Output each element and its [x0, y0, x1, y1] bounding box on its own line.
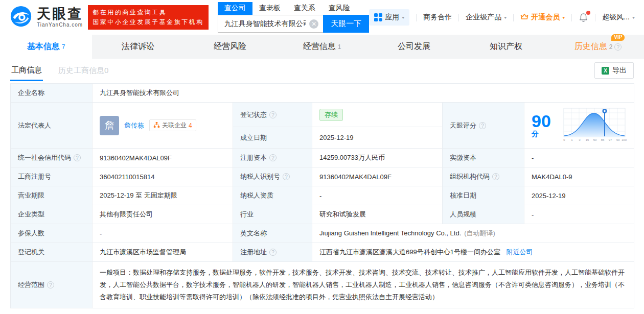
svg-text:3: 3	[579, 138, 581, 141]
tab-label: 公司发展	[398, 41, 430, 52]
top-header: 天眼查 TianYanCha.com 都在用的商业查询工具 国家中小企业发展子基…	[0, 0, 644, 35]
industry-value: 研究和试验发展	[312, 205, 443, 224]
paid-capital-value: -	[524, 149, 634, 167]
divider	[513, 14, 514, 21]
super-risk-menu[interactable]: 超级风... ▾	[602, 13, 635, 22]
status-badge: 存续	[319, 109, 343, 121]
table-row: 登记机关 九江市濂溪区市场监督管理局 注册地址? 江西省九江市濂溪区濂溪大道69…	[11, 243, 634, 262]
help-icon[interactable]: ?	[479, 122, 486, 129]
divider	[595, 14, 595, 21]
tab-operation-info[interactable]: 经营信息1	[276, 35, 368, 59]
help-icon[interactable]: ?	[269, 249, 277, 256]
establish-date-value: 2025-12-19	[312, 127, 443, 149]
legal-rep-avatar[interactable]: 詹	[100, 116, 119, 135]
auto-translate-note: (自动翻译)	[464, 229, 495, 237]
legal-rep-name-link[interactable]: 詹传栋	[124, 121, 144, 130]
org-code-label-cell: 组织机构代码?	[443, 167, 524, 186]
help-icon[interactable]: ?	[614, 43, 622, 51]
help-icon[interactable]: ?	[283, 173, 290, 180]
english-name-cell: Jiujiang Guishen Intelligent Technology …	[312, 224, 634, 243]
table-row: 工商注册号 360402110015814 纳税人识别号? 91360402MA…	[11, 167, 634, 186]
svg-text:0: 0	[563, 138, 565, 141]
company-section-tabs: 基本信息7 法律诉讼 经营风险 经营信息1 公司发展 知识产权 VIP 历史信息…	[0, 35, 644, 59]
search-tab-relation[interactable]: 查关系	[287, 2, 322, 15]
help-icon[interactable]: ?	[47, 281, 54, 288]
taxpayer-id-label: 纳税人识别号	[240, 172, 280, 181]
svg-text:50: 50	[593, 138, 597, 141]
business-term-value: 2025-12-19 至 无固定期限	[93, 186, 233, 205]
taxpayer-id-label-cell: 纳税人识别号?	[233, 167, 312, 186]
tab-legal-litigation[interactable]: 法律诉讼	[92, 35, 184, 59]
reg-status-value-cell: 存续	[312, 103, 443, 127]
help-icon[interactable]: ?	[74, 154, 81, 161]
reg-number-label: 工商注册号	[11, 167, 93, 186]
reg-capital-value: 14259.00733万人民币	[312, 149, 443, 167]
help-icon[interactable]: ?	[269, 111, 277, 118]
taxpayer-quality-value: -	[312, 186, 443, 205]
table-row: 统一社会信用代码? 91360402MAK4DAL09F 注册资本? 14259…	[11, 149, 634, 167]
apps-label: 应用	[385, 13, 399, 22]
apps-menu[interactable]: 应用 ▾	[369, 9, 409, 26]
search-tab-company[interactable]: 查公司	[218, 2, 252, 15]
tab-history-info[interactable]: VIP 历史信息 2 ?	[552, 35, 644, 59]
divider	[571, 14, 572, 21]
reg-authority-value: 九江市濂溪区市场监督管理局	[93, 243, 233, 262]
credit-code-value: 91360402MAK4DAL09F	[93, 149, 233, 167]
score-distribution-chart: 0 1 3 15 50 85 97 99 100	[562, 107, 627, 143]
nearby-companies-link[interactable]: 附近公司	[507, 248, 533, 256]
tab-operation-risk[interactable]: 经营风险	[184, 35, 276, 59]
brand-logo[interactable]: 天眼查 TianYanCha.com	[9, 5, 83, 30]
related-companies-label: 关联企业	[162, 121, 187, 130]
org-chart-icon	[153, 122, 160, 130]
chevron-down-icon: ▾	[504, 15, 507, 20]
org-code-value: MAK4DAL0-9	[524, 167, 634, 186]
apps-grid-icon	[374, 13, 382, 21]
excel-icon: X	[602, 67, 609, 75]
export-label: 导出	[612, 66, 627, 75]
tab-intellectual-property[interactable]: 知识产权	[460, 35, 552, 59]
business-info-table: 企业名称 九江具身智能技术有限公司 法定代表人 詹 詹传栋 关联企业 4 登记状…	[10, 83, 634, 308]
search-input[interactable]	[218, 15, 324, 32]
open-vip-label: 开通会员	[531, 13, 560, 22]
english-name-value: Jiujiang Guishen Intelligent Technology …	[319, 229, 461, 237]
business-scope-label-cell: 经营范围?	[11, 262, 93, 308]
enterprise-products-menu[interactable]: 企业级产品 ▾	[466, 13, 507, 22]
open-vip-menu[interactable]: 开通会员 ▾	[520, 13, 565, 22]
approval-date-label: 核准日期	[443, 186, 524, 205]
export-button[interactable]: X 导出	[594, 62, 634, 79]
credit-code-label: 统一社会信用代码	[18, 153, 71, 162]
table-row: 法定代表人 詹 詹传栋 关联企业 4 登记状态? 存续 天眼评分?	[11, 103, 634, 127]
enterprise-products-label: 企业级产品	[466, 13, 501, 22]
business-coop-link[interactable]: 商务合作	[423, 13, 452, 22]
notifications-bell-icon[interactable]	[579, 13, 588, 22]
address-value: 江西省九江市濂溪区濂溪大道699号科创中心1号楼一间办公室	[319, 248, 500, 256]
insured-label: 参保人数	[11, 224, 93, 243]
help-icon[interactable]: ?	[492, 173, 499, 180]
legal-rep-label: 法定代表人	[11, 103, 93, 149]
tab-company-development[interactable]: 公司发展	[368, 35, 460, 59]
search-tab-boss[interactable]: 查老板	[252, 2, 287, 15]
subtab-business-info[interactable]: 工商信息	[10, 60, 43, 81]
paid-capital-label: 实缴资本	[443, 149, 524, 167]
industry-label: 行业	[233, 205, 312, 224]
crown-icon	[520, 13, 528, 22]
taxpayer-quality-label: 纳税人资质	[233, 186, 312, 205]
score-cell: 90分	[524, 103, 634, 149]
tab-label: 知识产权	[490, 41, 522, 52]
company-type-label: 企业类型	[11, 205, 93, 224]
search-button[interactable]: 天眼一下	[323, 15, 369, 33]
search-tab-risk[interactable]: 查风险	[322, 2, 357, 15]
related-companies-badge[interactable]: 关联企业 4	[149, 119, 196, 131]
table-row: 营业期限 2025-12-19 至 无固定期限 纳税人资质 - 核准日期 202…	[11, 186, 634, 205]
chevron-down-icon: ▾	[562, 15, 565, 20]
subtab-history-business-info[interactable]: 历史工商信息0	[58, 66, 108, 76]
tab-count: 2	[609, 43, 613, 51]
reg-capital-label: 注册资本	[240, 153, 267, 162]
help-icon[interactable]: ?	[269, 154, 277, 161]
chevron-down-icon: ▾	[402, 15, 404, 20]
promo-banner: 都在用的商业查询工具 国家中小企业发展子基金旗下机构	[88, 5, 209, 29]
tab-basic-info[interactable]: 基本信息7	[0, 35, 92, 59]
svg-text:15: 15	[586, 138, 589, 141]
org-code-label: 组织机构代码	[450, 172, 490, 181]
super-risk-label: 超级风...	[602, 13, 630, 22]
